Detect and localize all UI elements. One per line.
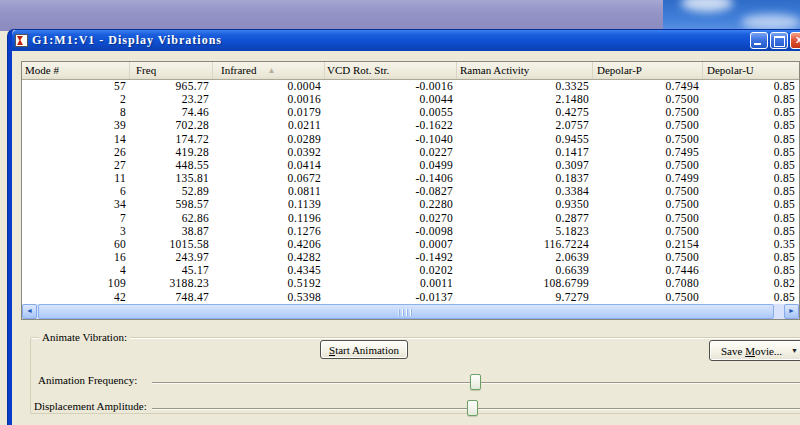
table-cell: 0.1417 [457,146,593,159]
table-cell: 0.85 [703,212,799,225]
table-cell: 0.2280 [325,198,457,211]
table-row[interactable]: 601015.580.42060.0007116.72240.21540.35 [22,238,799,251]
titlebar[interactable]: G1:M1:V1 - Display Vibrations [12,30,800,51]
table-row[interactable]: 34598.570.11390.22800.93500.75000.85 [22,198,799,211]
table-cell: 5.1823 [457,225,593,238]
displacement-amplitude-slider-thumb[interactable] [467,400,478,416]
table-cell: 2.0639 [457,251,593,264]
table-cell: 0.85 [703,185,799,198]
table-cell: 0.85 [703,159,799,172]
table-row[interactable]: 445.170.43450.02020.66390.74460.85 [22,264,799,277]
save-movie-button[interactable]: Save Movie... ▼ [709,340,800,361]
close-button[interactable] [790,32,800,49]
table-cell: 0.1196 [213,212,325,225]
table-cell: 0.7495 [593,146,703,159]
table-cell: 45.17 [130,264,213,277]
table-row[interactable]: 762.860.11960.02700.28770.75000.85 [22,212,799,225]
table-cell: 965.77 [130,80,213,93]
screen: G1:M1:V1 - Display Vibrations Mode #Freq… [0,0,800,425]
table-row[interactable]: 14174.720.0289-0.10400.94550.75000.85 [22,133,799,146]
scroll-right-arrow-icon[interactable]: ► [784,304,799,319]
table-cell: 0.0011 [325,277,457,290]
table-cell: 34 [22,198,130,211]
table-cell: 0.85 [703,172,799,185]
table-cell: 52.89 [130,185,213,198]
table-row[interactable]: 1093188.230.51920.0011108.67990.70800.82 [22,277,799,290]
scroll-left-arrow-icon[interactable]: ◄ [22,304,37,319]
table-cell: 11 [22,172,130,185]
table-cell: 0.85 [703,225,799,238]
table-cell: 0.82 [703,277,799,290]
table-row[interactable]: 11135.810.0672-0.14060.18370.74990.85 [22,172,799,185]
table-row[interactable]: 223.270.00160.00442.14800.75000.85 [22,93,799,106]
table-row[interactable]: 39702.280.0211-0.16222.07570.75000.85 [22,119,799,132]
table-cell: 60 [22,238,130,251]
table-cell: 2 [22,93,130,106]
table-cell: 116.7224 [457,238,593,251]
horizontal-scrollbar[interactable]: ◄ ► [22,304,799,319]
horizontal-scrollbar-thumb[interactable] [38,304,774,319]
table-row[interactable]: 27448.550.04140.04990.30970.75000.85 [22,159,799,172]
table-cell: 0.0672 [213,172,325,185]
table-cell: 0.7500 [593,106,703,119]
table-cell: 0.85 [703,146,799,159]
table-row[interactable]: 26419.280.03920.02270.14170.74950.85 [22,146,799,159]
column-header-label: Depolar-U [707,64,754,76]
desktop-purple-area [0,0,663,31]
table-cell: 0.9455 [457,133,593,146]
column-header-infrared[interactable]: Infrared▲ [213,62,325,79]
column-header-depolar-p[interactable]: Depolar-P [593,62,703,79]
table-cell: 0.85 [703,251,799,264]
table-cell: -0.1040 [325,133,457,146]
table-cell: 14 [22,133,130,146]
table-cell: 0.0202 [325,264,457,277]
table-row[interactable]: 338.870.1276-0.00985.18230.75000.85 [22,225,799,238]
table-row[interactable]: 42748.470.5398-0.01379.72790.75000.85 [22,291,799,304]
table-cell: 0.4282 [213,251,325,264]
table-cell: -0.1406 [325,172,457,185]
table-cell: 2.0757 [457,119,593,132]
table-cell: 0.0811 [213,185,325,198]
start-animation-button[interactable]: Start Animation [320,340,408,359]
table-cell: 57 [22,80,130,93]
caption-buttons [750,32,800,49]
table-row[interactable]: 874.460.01790.00550.42750.75000.85 [22,106,799,119]
table-cell: 39 [22,119,130,132]
table-cell: 3 [22,225,130,238]
table-cell: 0.35 [703,238,799,251]
table-cell: 26 [22,146,130,159]
table-cell: 0.4206 [213,238,325,251]
column-header-depolar-u[interactable]: Depolar-U [703,62,799,79]
table-cell: 0.0414 [213,159,325,172]
table-cell: 0.5192 [213,277,325,290]
table-cell: 0.7499 [593,172,703,185]
table-row[interactable]: 652.890.0811-0.08270.33840.75000.85 [22,185,799,198]
table-body: 57965.770.0004-0.00160.33250.74940.85223… [22,80,799,304]
table-cell: 702.28 [130,119,213,132]
table-cell: 598.57 [130,198,213,211]
table-cell: 0.7500 [593,225,703,238]
column-header-label: VCD Rot. Str. [327,64,389,76]
table-row[interactable]: 16243.970.4282-0.14922.06390.75000.85 [22,251,799,264]
column-header-freq[interactable]: Freq [130,62,213,79]
column-header-raman-activity[interactable]: Raman Activity [457,62,593,79]
table-cell: 74.46 [130,106,213,119]
table-cell: 174.72 [130,133,213,146]
table-cell: 0.9350 [457,198,593,211]
table-cell: 0.2877 [457,212,593,225]
displacement-amplitude-label: Displacement Amplitude: [34,400,147,412]
table-cell: 8 [22,106,130,119]
minimize-button[interactable] [750,32,768,49]
table-row[interactable]: 57965.770.0004-0.00160.33250.74940.85 [22,80,799,93]
maximize-button[interactable] [770,32,788,49]
table-cell: 419.28 [130,146,213,159]
table-cell: 0.85 [703,80,799,93]
table-cell: 0.0270 [325,212,457,225]
table-cell: 16 [22,251,130,264]
table-cell: 0.7500 [593,198,703,211]
animation-frequency-slider-thumb[interactable] [470,374,481,390]
column-header-mode[interactable]: Mode # [22,62,130,79]
column-header-vcd-rot-str[interactable]: VCD Rot. Str. [325,62,457,79]
table-cell: 0.0044 [325,93,457,106]
table-cell: 0.0007 [325,238,457,251]
